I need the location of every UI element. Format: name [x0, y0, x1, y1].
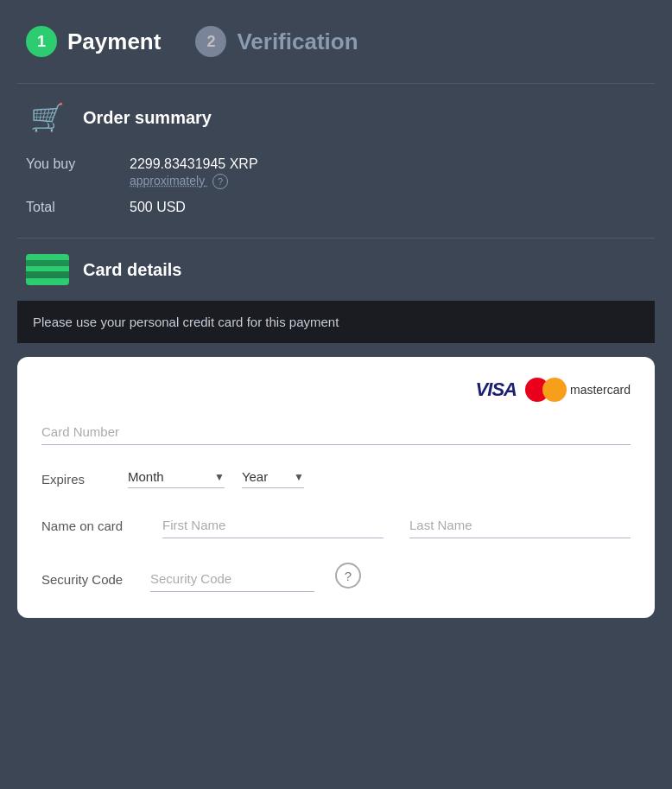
card-details-header: Card details [17, 239, 655, 301]
approximately-label: approximately ? [130, 174, 258, 189]
month-select[interactable]: Month January February March April May J… [128, 469, 207, 484]
month-chevron-icon: ▼ [214, 471, 225, 483]
security-code-input-wrap [150, 566, 314, 592]
step-1-label: Payment [67, 29, 161, 55]
order-summary-title: Order summary [83, 108, 212, 128]
card-icon [26, 254, 69, 285]
you-buy-row: You buy 2299.83431945 XRP approximately … [26, 151, 646, 194]
mastercard-circle-right [542, 378, 567, 402]
card-logos: VISA mastercard [41, 378, 631, 402]
last-name-input[interactable] [409, 512, 631, 538]
you-buy-label: You buy [26, 156, 112, 172]
month-select-wrap[interactable]: Month January February March April May J… [128, 469, 225, 488]
mastercard-logo: mastercard [525, 378, 631, 402]
expires-row: Expires Month January February March Apr… [41, 469, 631, 488]
name-on-card-row: Name on card [41, 512, 631, 538]
step-2-circle: 2 [195, 26, 226, 57]
order-summary-header: 🛒 Order summary [17, 84, 655, 151]
card-details-section: Card details Please use your personal cr… [17, 239, 655, 618]
step-payment: 1 Payment [26, 26, 161, 57]
total-value: 500 USD [130, 200, 186, 215]
you-buy-value-col: 2299.83431945 XRP approximately ? [130, 156, 258, 189]
last-name-wrap [409, 512, 631, 538]
amount-xrp: 2299.83431945 XRP [130, 156, 258, 172]
order-summary-section: 🛒 Order summary You buy 2299.83431945 XR… [17, 84, 655, 238]
first-name-input[interactable] [162, 512, 384, 538]
steps-header: 1 Payment 2 Verification [17, 26, 655, 57]
cart-icon: 🛒 [26, 99, 69, 136]
total-label: Total [26, 200, 112, 215]
approximately-info-icon[interactable]: ? [212, 174, 228, 189]
step-1-circle: 1 [26, 26, 57, 57]
step-verification: 2 Verification [195, 26, 358, 57]
security-help-icon[interactable]: ? [335, 563, 361, 589]
visa-logo: VISA [476, 379, 517, 401]
year-select-wrap[interactable]: Year 2024 2025 2026 2027 2028 2029 2030 … [242, 469, 304, 488]
year-select[interactable]: Year 2024 2025 2026 2027 2028 2029 2030 [242, 469, 287, 484]
warning-banner: Please use your personal credit card for… [17, 301, 655, 343]
total-row: Total 500 USD [26, 194, 646, 220]
year-chevron-icon: ▼ [294, 471, 304, 483]
security-code-input[interactable] [150, 566, 314, 591]
card-number-input[interactable] [41, 419, 631, 445]
name-on-card-label: Name on card [41, 519, 136, 538]
mastercard-label: mastercard [570, 383, 631, 397]
card-form: VISA mastercard Expires Month January Fe… [17, 357, 655, 618]
card-details-title: Card details [83, 260, 181, 280]
order-table: You buy 2299.83431945 XRP approximately … [17, 151, 655, 238]
first-name-wrap [162, 512, 384, 538]
expires-label: Expires [41, 472, 111, 487]
security-code-label: Security Code [41, 572, 136, 592]
card-number-field [41, 419, 631, 445]
step-2-label: Verification [237, 29, 358, 55]
security-code-row: Security Code ? [41, 563, 631, 592]
